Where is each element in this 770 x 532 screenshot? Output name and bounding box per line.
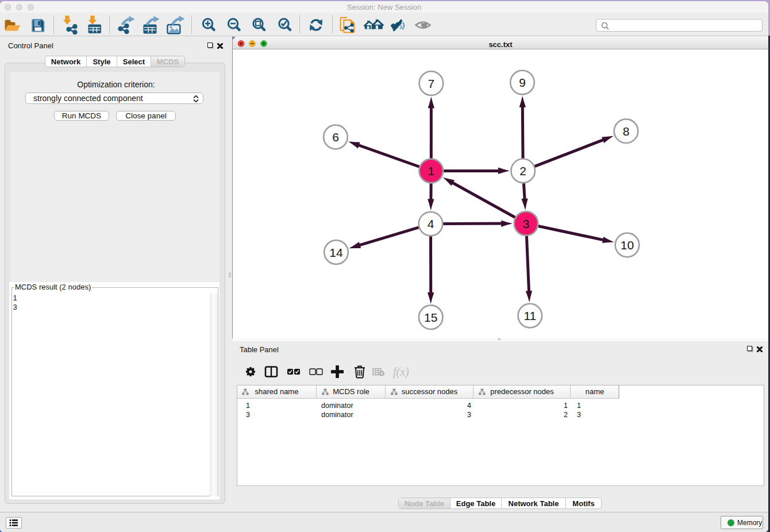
svg-text:1: 1 (428, 164, 434, 178)
svg-text:10: 10 (621, 238, 634, 252)
svg-text:2: 2 (519, 164, 526, 178)
svg-text:15: 15 (424, 311, 437, 324)
svg-text:4: 4 (428, 217, 434, 230)
svg-text:9: 9 (519, 76, 526, 89)
svg-text:14: 14 (329, 246, 343, 259)
svg-text:3: 3 (523, 217, 530, 230)
svg-text:f(x): f(x) (393, 365, 409, 379)
svg-text:11: 11 (523, 309, 536, 322)
svg-text:7: 7 (428, 77, 435, 90)
svg-text:6: 6 (332, 130, 339, 144)
svg-text:8: 8 (623, 125, 630, 138)
